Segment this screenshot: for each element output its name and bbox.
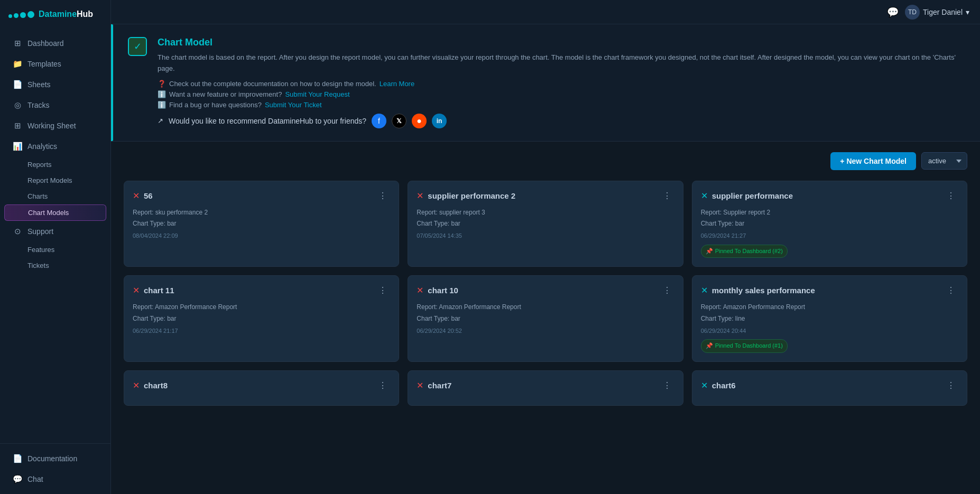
status-filter-select[interactable]: active inactive all xyxy=(921,152,967,170)
card-menu-button[interactable]: ⋮ xyxy=(660,284,674,296)
logo-dot-4 xyxy=(27,11,34,18)
card-chart-type: Chart Type: bar xyxy=(701,218,958,230)
card-meta: Report: supplier report 3Chart Type: bar… xyxy=(417,207,674,241)
sidebar-item-sheets[interactable]: 📄 Sheets xyxy=(4,74,106,95)
sidebar-item-chart-models[interactable]: Chart Models xyxy=(4,204,106,221)
card-chart-type: Chart Type: bar xyxy=(133,218,390,230)
twitter-x-icon[interactable]: 𝕏 xyxy=(392,114,406,128)
reddit-icon[interactable]: ● xyxy=(412,114,427,128)
card-card-chart7[interactable]: ✕ chart7 ⋮ xyxy=(408,370,683,406)
sidebar-item-analytics[interactable]: 📊 Analytics xyxy=(4,136,106,156)
logo-dot-2 xyxy=(14,13,19,18)
card-card-supplier-performance[interactable]: ✕ supplier performance ⋮ Report: Supplie… xyxy=(692,181,967,267)
card-date: 06/29/2024 21:17 xyxy=(133,326,390,337)
sidebar-item-support[interactable]: ⊙ Support xyxy=(4,221,106,241)
card-card-chart6[interactable]: ✕ chart6 ⋮ xyxy=(692,370,967,406)
info-link-bug: ℹ️ Find a bug or have questions? Submit … xyxy=(158,101,963,109)
card-title: chart8 xyxy=(144,381,168,390)
card-menu-button[interactable]: ⋮ xyxy=(944,190,958,202)
card-title-row: ✕ chart 10 xyxy=(417,285,458,295)
info-icon-2: ℹ️ xyxy=(158,101,166,109)
card-menu-button[interactable]: ⋮ xyxy=(375,190,390,202)
card-card-56[interactable]: ✕ 56 ⋮ Report: sku performance 2Chart Ty… xyxy=(124,181,399,267)
sidebar-item-dashboard[interactable]: ⊞ Dashboard xyxy=(4,33,106,53)
sidebar-item-charts[interactable]: Charts xyxy=(4,189,106,204)
card-pin: 📌Pinned To Dashboard (#2) xyxy=(701,245,788,258)
card-report: Report: supplier report 3 xyxy=(417,207,674,219)
submit-request-link[interactable]: Submit Your Request xyxy=(285,90,349,98)
info-link-docs: ❓ Check out the complete documentation o… xyxy=(158,80,963,88)
card-date: 08/04/2024 22:09 xyxy=(133,231,390,241)
card-chart-type: Chart Type: bar xyxy=(417,218,674,230)
sidebar-item-tickets[interactable]: Tickets xyxy=(4,258,106,273)
card-card-chart-11[interactable]: ✕ chart 11 ⋮ Report: Amazon Performance … xyxy=(124,275,399,362)
sidebar-item-working-sheet[interactable]: ⊞ Working Sheet xyxy=(4,116,106,136)
card-meta: Report: sku performance 2Chart Type: bar… xyxy=(133,207,390,241)
submit-ticket-link[interactable]: Submit Your Ticket xyxy=(265,101,322,109)
card-header: ✕ chart7 ⋮ xyxy=(417,379,674,392)
sidebar-item-label: Tracks xyxy=(27,101,49,109)
card-card-chart8[interactable]: ✕ chart8 ⋮ xyxy=(124,370,399,406)
sidebar-item-report-models[interactable]: Report Models xyxy=(4,173,106,188)
card-report: Report: Amazon Performance Report xyxy=(701,302,958,313)
card-chart-type: Chart Type: bar xyxy=(417,313,674,325)
card-title-row: ✕ chart7 xyxy=(417,380,451,390)
info-panel: ✓ Chart Model The chart model is based o… xyxy=(111,24,980,142)
card-date: 07/05/2024 14:35 xyxy=(417,231,674,241)
sidebar-bottom: 📄 Documentation 💬 Chat xyxy=(0,443,110,494)
sidebar-item-reports[interactable]: Reports xyxy=(4,157,106,172)
card-report: Report: Supplier report 2 xyxy=(701,207,958,219)
chart-x-icon: ✕ xyxy=(701,285,708,295)
card-header: ✕ chart8 ⋮ xyxy=(133,379,390,392)
facebook-icon[interactable]: f xyxy=(372,114,386,128)
sidebar-item-tracks[interactable]: ◎ Tracks xyxy=(4,95,106,115)
feature-text: Want a new feature or improvement? xyxy=(169,90,282,98)
chart-x-icon: ✕ xyxy=(133,380,140,390)
grid-area: + New Chart Model active inactive all ✕ … xyxy=(111,142,980,494)
card-card-supplier-performance-2[interactable]: ✕ supplier performance 2 ⋮ Report: suppl… xyxy=(408,181,683,267)
card-menu-button[interactable]: ⋮ xyxy=(660,190,674,202)
card-report: Report: Amazon Performance Report xyxy=(417,302,674,313)
linkedin-icon[interactable]: in xyxy=(432,114,447,128)
chart-x-icon: ✕ xyxy=(417,380,423,390)
learn-more-link[interactable]: Learn More xyxy=(380,80,414,88)
card-menu-button[interactable]: ⋮ xyxy=(375,379,390,392)
sheets-icon: 📄 xyxy=(13,80,22,89)
sidebar-item-label: Support xyxy=(27,227,53,236)
card-menu-button[interactable]: ⋮ xyxy=(375,284,390,296)
chat-bubble-icon[interactable]: 💬 xyxy=(887,6,899,18)
info-title: Chart Model xyxy=(158,37,963,48)
info-link-feature: ℹ️ Want a new feature or improvement? Su… xyxy=(158,90,963,98)
card-date: 06/29/2024 20:44 xyxy=(701,326,958,337)
sidebar-item-label: Dashboard xyxy=(27,39,64,48)
social-row: ↗ Would you like to recommend DatamineHu… xyxy=(158,114,963,128)
cards-grid: ✕ 56 ⋮ Report: sku performance 2Chart Ty… xyxy=(124,181,967,406)
avatar: TD xyxy=(905,5,920,20)
sidebar-item-templates[interactable]: 📁 Templates xyxy=(4,54,106,74)
card-header: ✕ supplier performance 2 ⋮ xyxy=(417,190,674,202)
info-links: ❓ Check out the complete documentation o… xyxy=(158,80,963,128)
documentation-label: Documentation xyxy=(27,454,77,463)
card-menu-button[interactable]: ⋮ xyxy=(944,284,958,296)
card-meta: Report: Amazon Performance ReportChart T… xyxy=(133,302,390,336)
info-content: Chart Model The chart model is based on … xyxy=(158,37,963,128)
sidebar-item-documentation[interactable]: 📄 Documentation xyxy=(4,449,106,469)
pin-icon: 📌 xyxy=(706,246,713,257)
question-icon: ❓ xyxy=(158,80,166,88)
card-card-monthly-sales[interactable]: ✕ monthly sales performance ⋮ Report: Am… xyxy=(692,275,967,362)
card-menu-button[interactable]: ⋮ xyxy=(944,379,958,392)
report-models-label: Report Models xyxy=(27,176,72,184)
card-header: ✕ chart 11 ⋮ xyxy=(133,284,390,296)
card-card-chart-10[interactable]: ✕ chart 10 ⋮ Report: Amazon Performance … xyxy=(408,275,683,362)
content: ✓ Chart Model The chart model is based o… xyxy=(111,24,980,494)
card-meta: Report: Amazon Performance ReportChart T… xyxy=(417,302,674,336)
sidebar-item-chat[interactable]: 💬 Chat xyxy=(4,469,106,489)
documentation-icon: 📄 xyxy=(13,454,22,463)
sidebar-item-features[interactable]: Features xyxy=(4,242,106,257)
share-icon: ↗ xyxy=(158,117,163,125)
card-header: ✕ chart 10 ⋮ xyxy=(417,284,674,296)
user-menu[interactable]: TD Tiger Daniel ▾ xyxy=(905,5,969,20)
chat-label: Chat xyxy=(27,475,43,483)
card-menu-button[interactable]: ⋮ xyxy=(660,379,674,392)
new-chart-model-button[interactable]: + New Chart Model xyxy=(830,152,916,170)
